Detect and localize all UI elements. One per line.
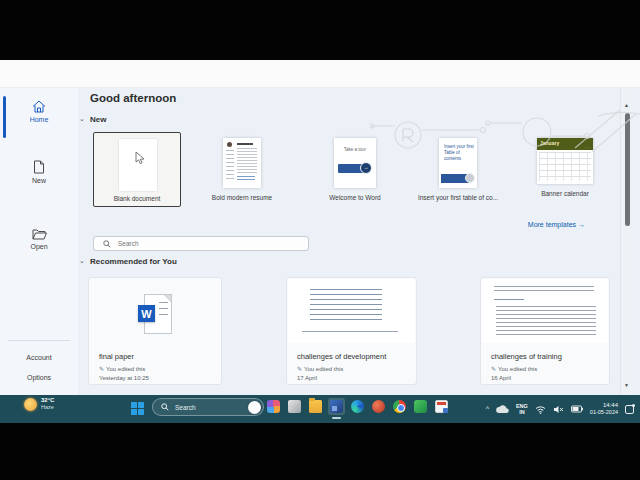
document-title: final paper xyxy=(99,352,134,361)
template-table-of-contents[interactable]: Insert your first Table of contents Inse… xyxy=(408,132,508,201)
chevron-down-icon[interactable]: ⌄ xyxy=(79,115,85,123)
document-title: challenges of training xyxy=(491,352,562,361)
language-indicator[interactable]: ENGIN xyxy=(516,403,528,415)
template-bold-modern-resume[interactable]: Bold modern resume xyxy=(192,132,292,201)
tray-time: 14:44 xyxy=(590,402,618,409)
chevron-down-icon[interactable]: ⌄ xyxy=(79,257,85,265)
scroll-down-arrow[interactable]: ▼ xyxy=(624,382,629,388)
recommended-section-heading[interactable]: Recommended for You xyxy=(90,257,177,266)
recommended-card-challenges-of-training[interactable]: challenges of training ✎You edited this … xyxy=(480,277,610,385)
word-document-icon: W xyxy=(138,294,174,338)
tray-chevron-up-icon[interactable]: ^ xyxy=(486,405,489,412)
scrollbar-thumb[interactable] xyxy=(625,113,630,226)
wifi-icon[interactable] xyxy=(535,405,546,414)
resume-thumbnail xyxy=(223,138,261,188)
screen: W Word RISHABH TRIPATHI RT ? — ▢ ✕ xyxy=(0,0,640,480)
battery-icon[interactable] xyxy=(571,405,583,413)
letterbox-top xyxy=(0,0,640,60)
calendar-month-label: January xyxy=(540,140,559,146)
welcome-thumbnail: Take a tour → xyxy=(334,138,376,188)
sidebar-item-new[interactable]: New xyxy=(0,160,78,184)
sidebar-item-label: Open xyxy=(0,243,78,250)
template-label: Banner calendar xyxy=(515,190,615,197)
haze-sun-icon xyxy=(24,398,37,411)
gray-app-icon[interactable] xyxy=(288,400,301,413)
windows-taskbar: 32°C Haze Search xyxy=(0,395,640,423)
pinwheel-app-icon[interactable] xyxy=(267,400,280,413)
sidebar-item-open[interactable]: Open xyxy=(0,228,78,250)
pencil-icon: ✎ xyxy=(99,366,104,372)
mouse-cursor xyxy=(135,151,146,165)
more-templates-label: More templates xyxy=(528,221,576,228)
template-label: Welcome to Word xyxy=(305,194,405,201)
red-sphere-app-icon[interactable] xyxy=(372,400,385,413)
search-icon xyxy=(103,240,111,248)
tray-date: 01-05-2024 xyxy=(590,409,618,416)
taskbar-search-input[interactable]: Search xyxy=(152,398,264,416)
template-label: Insert your first table of co... xyxy=(408,194,508,201)
toc-circle-graphic xyxy=(465,173,475,183)
sidebar-item-label: New xyxy=(0,177,78,184)
edit-status: ✎You edited this xyxy=(297,365,343,372)
green-app-icon[interactable] xyxy=(414,400,427,413)
weather-condition: Haze xyxy=(41,404,54,411)
template-banner-calendar[interactable]: January ... Banner calendar xyxy=(515,132,615,197)
template-welcome-to-word[interactable]: Take a tour → Welcome to Word xyxy=(305,132,405,201)
document-preview xyxy=(288,279,415,343)
scroll-up-arrow[interactable]: ▲ xyxy=(624,102,629,108)
taskbar-search-placeholder: Search xyxy=(175,404,248,411)
toc-text-line: Insert your first xyxy=(444,144,474,149)
sidebar-divider xyxy=(8,340,70,341)
file-explorer-icon[interactable] xyxy=(309,400,322,413)
edge-browser-icon[interactable] xyxy=(351,400,364,413)
search-icon xyxy=(161,403,169,411)
edit-status: ✎You edited this xyxy=(99,365,145,372)
sidebar-item-home[interactable]: Home xyxy=(0,100,78,123)
edit-date: 17 April xyxy=(297,375,317,381)
pinned-apps xyxy=(267,400,448,413)
copilot-icon[interactable] xyxy=(248,401,261,414)
volume-muted-icon[interactable] xyxy=(553,405,564,414)
template-blank-document[interactable]: Blank document xyxy=(93,132,181,207)
toc-text-line: Table of xyxy=(444,150,460,155)
onedrive-cloud-icon[interactable] xyxy=(496,405,509,414)
sidebar-item-account[interactable]: Account xyxy=(0,354,78,361)
notes-app-icon[interactable] xyxy=(435,400,448,413)
start-button[interactable] xyxy=(131,402,144,415)
active-word-app-icon[interactable] xyxy=(328,398,345,415)
tour-arrow-icon: → xyxy=(360,162,372,174)
word-home-screen: Home New Open Account Options Good after… xyxy=(0,88,640,395)
sidebar: Home New Open Account Options xyxy=(0,88,78,395)
weather-widget[interactable]: 32°C Haze xyxy=(24,397,54,411)
open-folder-icon xyxy=(32,228,47,240)
vertical-scrollbar[interactable]: ▲ ▼ xyxy=(620,88,632,395)
weather-temperature: 32°C xyxy=(41,397,54,404)
sidebar-item-options[interactable]: Options xyxy=(0,374,78,381)
edit-status: ✎You edited this xyxy=(491,365,537,372)
greeting-heading: Good afternoon xyxy=(90,92,176,104)
template-search-input[interactable]: Search xyxy=(93,236,309,251)
template-label: Blank document xyxy=(94,195,180,202)
tour-text: Take a tour xyxy=(334,147,376,152)
arrow-right-icon: → xyxy=(578,221,585,228)
search-placeholder: Search xyxy=(118,240,139,247)
new-section-heading[interactable]: New xyxy=(90,115,106,124)
clock-widget[interactable]: 14:44 01-05-2024 xyxy=(590,402,618,416)
pencil-icon: ✎ xyxy=(297,366,302,372)
active-app-indicator xyxy=(332,417,341,419)
pencil-icon: ✎ xyxy=(491,366,496,372)
new-document-icon xyxy=(33,160,45,174)
recommended-card-challenges-of-development[interactable]: challenges of development ✎You edited th… xyxy=(286,277,417,385)
system-tray: ^ ENGIN 14:44 01-05-2024 xyxy=(486,395,634,423)
recommended-card-final-paper[interactable]: W final paper ✎You edited this Yesterday… xyxy=(88,277,222,385)
calendar-grid xyxy=(539,152,591,181)
more-templates-link[interactable]: More templates → xyxy=(470,221,585,228)
document-title: challenges of development xyxy=(297,352,386,361)
letterbox-bottom xyxy=(0,423,640,480)
edit-date: 16 April xyxy=(491,375,511,381)
template-label: Bold modern resume xyxy=(192,194,292,201)
home-icon xyxy=(32,100,46,113)
chrome-browser-icon[interactable] xyxy=(393,400,406,413)
sidebar-item-label: Home xyxy=(0,116,78,123)
notification-center-icon[interactable] xyxy=(625,405,634,414)
